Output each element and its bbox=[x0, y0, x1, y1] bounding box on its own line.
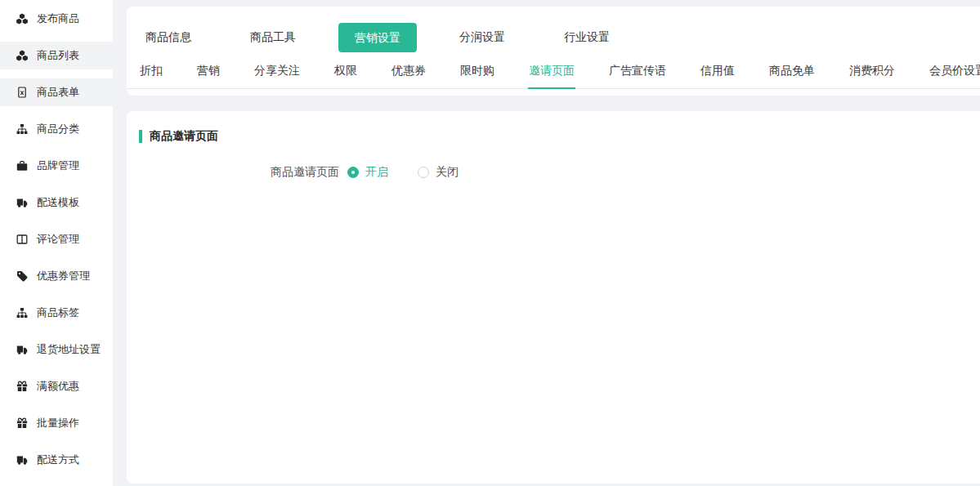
invite-page-label: 商品邀请页面 bbox=[139, 165, 339, 180]
briefcase-icon bbox=[16, 160, 28, 172]
sidebar-item-full-amount-discount[interactable]: 满额优惠 bbox=[0, 372, 113, 400]
radio-enable-label: 开启 bbox=[365, 165, 388, 180]
cubes-icon bbox=[16, 50, 28, 61]
subtab-coupon[interactable]: 优惠券 bbox=[391, 60, 427, 88]
sitemap-icon bbox=[16, 307, 28, 319]
sidebar-item-delivery-template[interactable]: 配送模板 bbox=[0, 189, 113, 216]
tab-industry-settings[interactable]: 行业设置 bbox=[564, 30, 610, 45]
tabs-card: 商品信息 商品工具 营销设置 分润设置 行业设置 折扣 营销 分享关注 权限 优… bbox=[127, 7, 980, 96]
sidebar-item-batch-operations[interactable]: 批量操作 bbox=[0, 409, 113, 437]
section-accent-bar bbox=[139, 130, 142, 143]
sidebar-item-label: 退货地址设置 bbox=[37, 342, 101, 357]
subtab-flash-sale[interactable]: 限时购 bbox=[459, 60, 495, 88]
sidebar-item-label: 商品列表 bbox=[37, 48, 79, 63]
invite-page-radio-group: 开启 关闭 bbox=[347, 165, 459, 180]
subtab-discount[interactable]: 折扣 bbox=[139, 60, 163, 88]
sidebar-item-label: 品牌管理 bbox=[37, 158, 79, 173]
radio-disable[interactable]: 关闭 bbox=[418, 165, 459, 180]
main-area: 商品信息 商品工具 营销设置 分润设置 行业设置 折扣 营销 分享关注 权限 优… bbox=[127, 0, 980, 486]
sidebar-item-brand-management[interactable]: 品牌管理 bbox=[0, 152, 113, 180]
sidebar-item-label: 商品表单 bbox=[37, 85, 79, 100]
sidebar-item-product-list[interactable]: 商品列表 bbox=[0, 42, 113, 69]
tag-icon bbox=[16, 270, 28, 282]
subtab-member-price-settings[interactable]: 会员价设置 bbox=[929, 60, 980, 88]
app-root: 发布商品 商品列表 商品表单 商品分类 品牌管理 bbox=[0, 0, 980, 486]
truck-icon bbox=[16, 454, 28, 466]
subtab-consumption-points[interactable]: 消费积分 bbox=[848, 60, 896, 88]
sidebar-item-label: 配送模板 bbox=[37, 195, 79, 210]
sidebar-item-delivery-method[interactable]: 配送方式 bbox=[0, 446, 113, 474]
truck-icon bbox=[16, 344, 28, 355]
sidebar-item-label: 满额优惠 bbox=[37, 379, 79, 394]
sidebar-item-publish-product[interactable]: 发布商品 bbox=[0, 5, 113, 33]
primary-tabs: 商品信息 商品工具 营销设置 分润设置 行业设置 bbox=[127, 23, 980, 52]
subtab-ad-slogan[interactable]: 广告宣传语 bbox=[608, 60, 667, 88]
subtab-share-follow[interactable]: 分享关注 bbox=[253, 60, 301, 88]
sidebar-item-product-tags[interactable]: 商品标签 bbox=[0, 299, 113, 327]
content-card: 商品邀请页面 商品邀请页面 开启 关闭 bbox=[127, 111, 980, 484]
sidebar-item-coupon-management[interactable]: 优惠券管理 bbox=[0, 262, 113, 290]
section-title: 商品邀请页面 bbox=[139, 129, 964, 144]
sidebar-item-comment-management[interactable]: 评论管理 bbox=[0, 225, 113, 253]
section-title-text: 商品邀请页面 bbox=[150, 129, 218, 144]
tab-profit-settings[interactable]: 分润设置 bbox=[459, 30, 505, 45]
file-excel-icon bbox=[16, 87, 28, 98]
gift-icon bbox=[16, 417, 28, 429]
sidebar: 发布商品 商品列表 商品表单 商品分类 品牌管理 bbox=[0, 0, 113, 486]
sitemap-icon bbox=[16, 123, 28, 135]
sidebar-item-label: 优惠券管理 bbox=[37, 269, 90, 283]
sidebar-item-label: 商品标签 bbox=[37, 305, 79, 320]
sidebar-item-product-category[interactable]: 商品分类 bbox=[0, 115, 113, 143]
invite-page-form-row: 商品邀请页面 开启 关闭 bbox=[139, 165, 964, 180]
subtab-credit-value[interactable]: 信用值 bbox=[700, 60, 736, 88]
sidebar-item-label: 批量操作 bbox=[37, 416, 79, 430]
radio-enable-dot-icon bbox=[347, 167, 359, 178]
tab-marketing-settings[interactable]: 营销设置 bbox=[338, 23, 417, 52]
gift-icon bbox=[16, 381, 28, 392]
radio-disable-label: 关闭 bbox=[436, 165, 459, 180]
tab-product-info[interactable]: 商品信息 bbox=[145, 30, 191, 45]
sidebar-item-label: 评论管理 bbox=[37, 232, 79, 247]
subtab-marketing[interactable]: 营销 bbox=[196, 60, 221, 88]
subtab-invite-page[interactable]: 邀请页面 bbox=[528, 60, 575, 89]
sidebar-item-return-address-settings[interactable]: 退货地址设置 bbox=[0, 336, 113, 363]
sidebar-item-product-form[interactable]: 商品表单 bbox=[0, 78, 113, 106]
sidebar-item-label: 商品分类 bbox=[37, 122, 79, 136]
tab-product-tools[interactable]: 商品工具 bbox=[250, 30, 296, 45]
sidebar-item-label: 配送方式 bbox=[37, 453, 79, 467]
truck-icon bbox=[16, 197, 28, 208]
radio-enable[interactable]: 开启 bbox=[347, 165, 388, 180]
secondary-tabs: 折扣 营销 分享关注 权限 优惠券 限时购 邀请页面 广告宣传语 信用值 商品免… bbox=[127, 60, 980, 89]
columns-icon bbox=[16, 234, 28, 245]
subtab-free-order[interactable]: 商品免单 bbox=[768, 60, 816, 88]
cubes-icon bbox=[16, 13, 28, 25]
subtab-permissions[interactable]: 权限 bbox=[333, 60, 358, 88]
sidebar-item-label: 发布商品 bbox=[37, 11, 79, 26]
radio-disable-dot-icon bbox=[418, 167, 429, 178]
